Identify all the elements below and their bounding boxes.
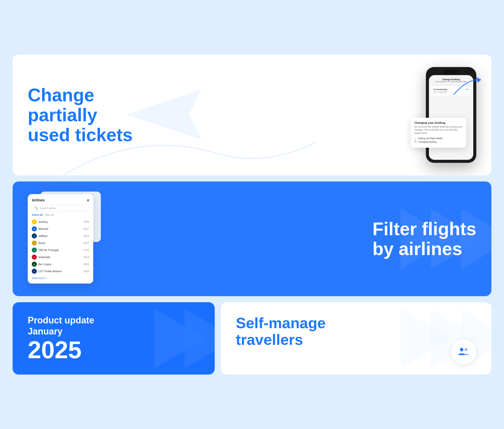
- airline-name: WestJet: [38, 227, 48, 230]
- airline-logo: I: [32, 240, 37, 246]
- airlines-panel-header: Airlines ∧: [32, 198, 89, 202]
- check-icon: ✓: [414, 137, 416, 140]
- airline-item-left: J JetBlue: [32, 233, 48, 238]
- popup-step2-item: Changing booking: [414, 141, 463, 143]
- filter-all-button[interactable]: Filter all: [45, 213, 53, 216]
- booking-popup: Changing your booking Do not close this …: [411, 118, 466, 148]
- airlines-panel: Airlines ∧ 🔍 Search airline Select all F…: [28, 194, 93, 284]
- airline-name: LOT Polish Airlines: [38, 270, 62, 273]
- airline-item-left: T TAP Air Portugal: [32, 248, 58, 253]
- airlines-search-bar[interactable]: 🔍 Search airline: [32, 205, 89, 211]
- airline-name: Vueling: [38, 220, 47, 223]
- select-all-row: Select all Filter all: [32, 213, 89, 216]
- popup-desc: Do not close this window while we proces…: [414, 125, 463, 135]
- svg-marker-0: [476, 77, 481, 83]
- card-self-manage: Self-manage travellers: [221, 302, 491, 374]
- search-icon: 🔍: [35, 206, 38, 210]
- airline-price: €633: [84, 235, 89, 237]
- card2-left-section: Airlines ∧ 🔍 Search airline Select all F…: [28, 194, 93, 284]
- airline-item-left: W WestJet: [32, 226, 48, 231]
- airline-item-left: V Vueling: [32, 219, 47, 224]
- airline-logo: J: [32, 233, 37, 238]
- airline-price: €858: [84, 263, 89, 266]
- card-filter-airlines: Airlines ∧ 🔍 Search airline Select all F…: [13, 181, 491, 296]
- airline-name: TAP Air Portugal: [38, 249, 58, 252]
- arrow-decoration: [451, 77, 481, 98]
- airline-price: €384: [84, 221, 89, 223]
- card-change-tickets: Change partially used tickets Change boo…: [13, 54, 491, 175]
- airline-name: Icelandair: [38, 256, 50, 259]
- svg-point-2: [464, 348, 467, 351]
- airline-price: €824: [84, 256, 89, 259]
- airline-name: Iberia: [38, 241, 45, 244]
- select-all-button[interactable]: Select all: [32, 213, 43, 216]
- users-icon-circle: [451, 339, 476, 364]
- card1-title: Change partially used tickets: [28, 85, 169, 145]
- popup-step1-text: Getting new flight details: [418, 137, 443, 140]
- chevron-down-icon: ∨: [45, 277, 47, 280]
- airline-item[interactable]: J JetBlue €633: [32, 232, 89, 239]
- airline-price: €427: [84, 228, 89, 230]
- phone-flight-dest: To Amsterdam: [433, 88, 447, 90]
- airline-logo: L: [32, 269, 37, 274]
- airlines-list: V Vueling €384 W WestJet €427 J JetBlue …: [32, 218, 89, 275]
- collapse-icon[interactable]: ∧: [87, 198, 89, 202]
- airline-price: €702: [84, 249, 89, 252]
- airline-item[interactable]: I Iberia €667: [32, 239, 89, 247]
- airline-logo: T: [32, 248, 37, 253]
- popup-title: Changing your booking: [414, 121, 463, 124]
- airline-logo: W: [32, 226, 37, 231]
- show-more-button[interactable]: Show more ∨: [32, 277, 89, 280]
- bg-tri-c3-2: [184, 308, 215, 369]
- airline-item[interactable]: I Icelandair €824: [32, 254, 89, 261]
- airline-price: €969: [84, 270, 89, 273]
- airline-name: Aer Lingus: [38, 263, 52, 266]
- airline-item[interactable]: L LOT Polish Airlines €969: [32, 268, 89, 275]
- airline-item-left: I Iberia: [32, 240, 45, 246]
- airline-item-left: L LOT Polish Airlines: [32, 269, 62, 274]
- page-wrapper: Change partially used tickets Change boo…: [13, 54, 491, 374]
- airline-item[interactable]: V Vueling €384: [32, 218, 89, 225]
- airline-price: €667: [84, 242, 89, 244]
- airlines-panel-title-text: Airlines: [32, 198, 45, 202]
- card4-title: Self-manage travellers: [236, 315, 326, 348]
- popup-step1-item: ✓ Getting new flight details: [414, 137, 463, 140]
- airline-name: JetBlue: [38, 234, 48, 237]
- airline-item-left: I Icelandair: [32, 255, 50, 260]
- show-more-text: Show more: [32, 277, 45, 280]
- users-svg: [457, 346, 470, 358]
- svg-point-1: [460, 348, 463, 351]
- bottom-row: Product update January 2025 Self-manage …: [13, 302, 491, 374]
- airline-logo: A: [32, 262, 37, 267]
- airline-logo: I: [32, 255, 37, 260]
- airline-item[interactable]: A Aer Lingus €858: [32, 261, 89, 268]
- search-airline-placeholder: Search airline: [40, 207, 56, 210]
- card2-title: Filter flights by airlines: [372, 219, 476, 259]
- bg-triangles-card3: [93, 302, 215, 374]
- airline-item[interactable]: W WestJet €427: [32, 225, 89, 232]
- spinner-icon: [414, 141, 417, 143]
- phone-notch: [444, 70, 459, 74]
- popup-step2-text: Changing booking: [418, 141, 437, 143]
- card1-right-section: Change booking Tap any flight to set a n…: [426, 67, 476, 163]
- airline-logo: V: [32, 219, 37, 224]
- airline-item-left: A Aer Lingus: [32, 262, 52, 267]
- card-product-update: Product update January 2025: [13, 302, 215, 374]
- airline-item[interactable]: T TAP Air Portugal €702: [32, 247, 89, 254]
